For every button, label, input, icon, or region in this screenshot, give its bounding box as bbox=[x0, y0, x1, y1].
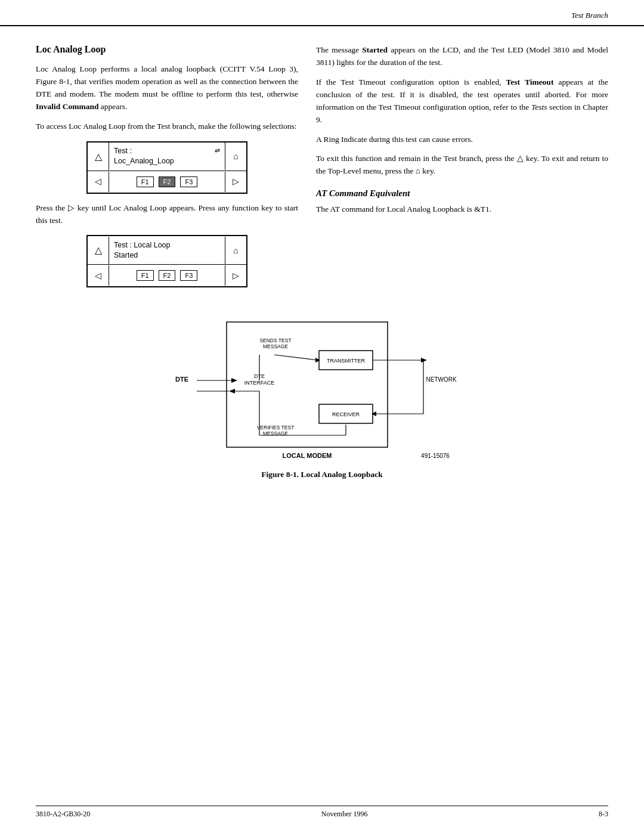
back-arrow-icon-2 bbox=[95, 271, 101, 281]
para3: Press the ▷ key until Loc Analog Loop ap… bbox=[36, 202, 298, 227]
lcd2-up-btn[interactable] bbox=[88, 237, 109, 264]
lcd1-screen: Test : ⇌ Loc_Analog_Loop bbox=[109, 144, 225, 169]
lcd-display-1: Test : ⇌ Loc_Analog_Loop F1 F2 F3 bbox=[86, 141, 247, 194]
footer-right: 8-3 bbox=[599, 810, 608, 819]
svg-marker-17 bbox=[421, 358, 427, 363]
lcd2-home-btn[interactable] bbox=[225, 237, 246, 264]
right-para2: If the Test Timeout configuration option… bbox=[316, 76, 608, 126]
para2: To access Loc Analog Loop from the Test … bbox=[36, 120, 298, 133]
figure-area: DTE DTE INTERFACE SENDS TEST MESSAGE VER… bbox=[113, 310, 531, 479]
lcd1-back-btn[interactable] bbox=[88, 172, 109, 192]
lcd2-screen: Test : Local Loop Started bbox=[109, 238, 225, 263]
local-modem-label: LOCAL MODEM bbox=[283, 452, 332, 459]
lcd1-f2-btn[interactable]: F2 bbox=[159, 176, 176, 187]
lcd1-fwd-btn[interactable] bbox=[225, 172, 246, 192]
para1: Loc Analog Loop performs a local analog … bbox=[36, 63, 298, 113]
network-label: NETWORK bbox=[426, 376, 456, 383]
lcd2-back-btn[interactable] bbox=[88, 265, 109, 286]
lcd2-f1-btn[interactable]: F1 bbox=[137, 270, 154, 281]
svg-marker-15 bbox=[315, 358, 320, 363]
lcd2-bottom-row: F1 F2 F3 bbox=[88, 265, 246, 286]
right-para1: The message Started appears on the LCD, … bbox=[316, 44, 608, 69]
lcd1-up-btn[interactable] bbox=[88, 143, 109, 170]
svg-marker-20 bbox=[371, 411, 376, 416]
section-heading: Loc Analog Loop bbox=[36, 44, 298, 55]
lcd1-fn-area: F1 F2 F3 bbox=[109, 176, 225, 187]
right-para3: A Ring Indicate during this test can cau… bbox=[316, 134, 608, 146]
svg-text:INTERFACE: INTERFACE bbox=[244, 380, 275, 386]
svg-text:SENDS TEST: SENDS TEST bbox=[259, 337, 291, 343]
svg-marker-12 bbox=[231, 378, 237, 383]
left-column: Loc Analog Loop Loc Analog Loop performs… bbox=[36, 44, 298, 296]
lcd1-line2: Loc_Analog_Loop bbox=[114, 156, 220, 166]
lcd1-top-row: Test : ⇌ Loc_Analog_Loop bbox=[88, 143, 246, 171]
home-icon-inline: ⌂ bbox=[416, 166, 422, 175]
lcd2-f2-btn[interactable]: F2 bbox=[159, 270, 176, 281]
diagram-container: DTE DTE INTERFACE SENDS TEST MESSAGE VER… bbox=[143, 310, 501, 465]
fwd-arrow-icon-2 bbox=[233, 271, 239, 281]
home-icon bbox=[233, 151, 238, 162]
page-content: Loc Analog Loop Loc Analog Loop performs… bbox=[0, 26, 644, 296]
lcd-display-2: Test : Local Loop Started F1 F2 F3 bbox=[86, 235, 247, 287]
loopback-diagram: DTE DTE INTERFACE SENDS TEST MESSAGE VER… bbox=[143, 310, 501, 465]
lcd2-top-row: Test : Local Loop Started bbox=[88, 236, 246, 265]
up-icon-inline: △ bbox=[517, 154, 527, 163]
lcd2-line1: Test : Local Loop bbox=[114, 240, 220, 250]
right-para4: To exit this function and remain in the … bbox=[316, 153, 608, 178]
page-header: Test Branch bbox=[0, 0, 644, 26]
dte-label: DTE bbox=[175, 376, 188, 383]
footer-left: 3810-A2-GB30-20 bbox=[36, 810, 90, 819]
part-number: 491-15076 bbox=[421, 453, 450, 459]
svg-line-14 bbox=[274, 355, 318, 360]
back-arrow-icon bbox=[95, 176, 101, 187]
up-arrow-icon bbox=[95, 151, 102, 162]
home-icon-2 bbox=[233, 245, 238, 256]
svg-marker-25 bbox=[229, 389, 235, 394]
lcd2-fn-area: F1 F2 F3 bbox=[109, 270, 225, 281]
svg-text:RECEIVER: RECEIVER bbox=[332, 411, 360, 417]
lcd1-f1-btn[interactable]: F1 bbox=[137, 176, 154, 187]
lcd1-f3-btn[interactable]: F3 bbox=[180, 176, 197, 187]
lcd1-line1: Test : ⇌ bbox=[114, 146, 220, 156]
lcd1-bottom-row: F1 F2 F3 bbox=[88, 171, 246, 193]
svg-text:MESSAGE: MESSAGE bbox=[263, 343, 288, 349]
footer-center: November 1996 bbox=[321, 810, 368, 819]
lcd2-f3-btn[interactable]: F3 bbox=[180, 270, 197, 281]
fwd-icon: ▷ bbox=[68, 203, 78, 212]
header-title: Test Branch bbox=[571, 11, 608, 20]
right-column: The message Started appears on the LCD, … bbox=[316, 44, 608, 296]
lcd2-line2: Started bbox=[114, 250, 220, 261]
page-footer: 3810-A2-GB30-20 November 1996 8-3 bbox=[36, 806, 608, 819]
svg-text:VERIFIES TEST: VERIFIES TEST bbox=[257, 425, 295, 431]
up-arrow-icon-2 bbox=[95, 244, 102, 256]
at-command-para: The AT command for Local Analog Loopback… bbox=[316, 203, 608, 216]
at-command-heading: AT Command Equivalent bbox=[316, 188, 608, 199]
lcd1-home-btn[interactable] bbox=[225, 143, 246, 170]
lcd2-fwd-btn[interactable] bbox=[225, 265, 246, 286]
fwd-arrow-icon bbox=[233, 176, 239, 187]
svg-text:TRANSMITTER: TRANSMITTER bbox=[327, 358, 365, 364]
figure-caption: Figure 8-1. Local Analog Loopback bbox=[261, 470, 382, 479]
